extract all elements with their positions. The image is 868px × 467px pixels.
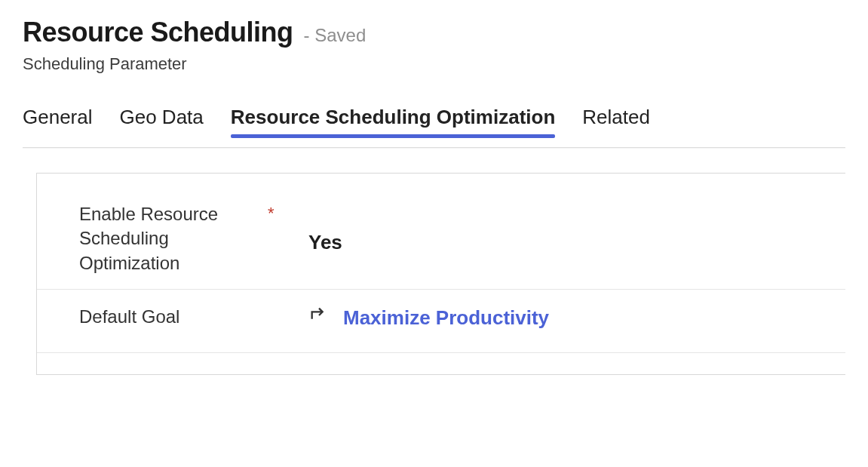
field-label-default-goal: Default Goal: [79, 305, 268, 329]
lookup-icon: [308, 305, 330, 331]
field-enable-rso: Enable Resource Scheduling Optimization …: [37, 199, 845, 289]
page-title: Resource Scheduling: [23, 17, 293, 48]
tab-resource-scheduling-optimization[interactable]: Resource Scheduling Optimization: [231, 106, 556, 137]
entity-subtitle: Scheduling Parameter: [23, 54, 845, 74]
tab-bar: General Geo Data Resource Scheduling Opt…: [23, 106, 845, 140]
field-default-goal: Default Goal Maximize Productivity: [37, 289, 845, 353]
tab-related[interactable]: Related: [582, 106, 650, 137]
page-title-row: Resource Scheduling - Saved: [23, 17, 845, 48]
save-status: - Saved: [304, 25, 367, 46]
tab-geo-data[interactable]: Geo Data: [120, 106, 204, 137]
lookup-link-default-goal[interactable]: Maximize Productivity: [343, 306, 549, 330]
form-panel: Enable Resource Scheduling Optimization …: [36, 173, 845, 375]
required-marker: *: [268, 202, 308, 223]
field-value-default-goal[interactable]: Maximize Productivity: [308, 305, 845, 331]
tab-general[interactable]: General: [23, 106, 93, 137]
field-value-enable-rso[interactable]: Yes: [308, 202, 845, 254]
tab-divider: [23, 147, 845, 149]
field-label-enable-rso: Enable Resource Scheduling Optimization: [79, 202, 268, 275]
